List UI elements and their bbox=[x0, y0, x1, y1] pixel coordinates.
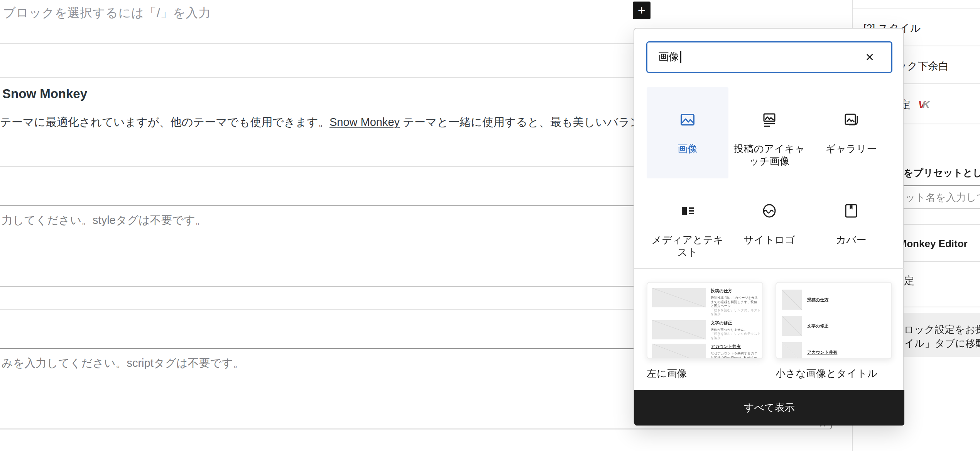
preview-readmore: を追加 bbox=[711, 312, 761, 316]
pattern-preview: 投稿の仕方 最初投稿 例にこのページを作る までの過程を解説します。投稿 と固定… bbox=[647, 283, 763, 359]
css-textarea-placeholder: 力してください。styleタグは不要です。 bbox=[2, 214, 206, 226]
placeholder-image bbox=[652, 288, 706, 307]
pattern-label-small-image-title: 小さな画像とタイトル bbox=[776, 367, 877, 381]
preview-text: なぜアカウントを共有するの？ bbox=[711, 351, 761, 356]
block-result-cover[interactable]: カバー bbox=[810, 178, 892, 265]
pattern-image-left[interactable]: 投稿の仕方 最初投稿 例にこのページを作る までの過程を解説します。投稿 と固定… bbox=[647, 282, 763, 359]
preview-heading: 文字の修正 bbox=[711, 320, 761, 326]
pattern-small-image-title[interactable]: 投稿の仕方 文字の修正 アカウント共有 bbox=[776, 282, 892, 359]
block-result-site-logo[interactable]: サイトロゴ bbox=[728, 178, 810, 265]
content-heading[interactable]: Snow Monkey bbox=[2, 86, 87, 101]
placeholder-image bbox=[782, 290, 802, 310]
block-label: 投稿のアイキャッチ画像 bbox=[728, 143, 810, 167]
preview-text: 最初投稿 例にこのページを作る bbox=[711, 296, 761, 300]
preview-text: 抜粋が見つかりません。 bbox=[711, 328, 761, 332]
preview-readmore: を追加 bbox=[711, 336, 761, 340]
show-all-button[interactable]: すべて表示 bbox=[634, 390, 904, 426]
block-label: メディアとテキスト bbox=[647, 234, 728, 258]
block-result-gallery[interactable]: ギャラリー bbox=[810, 87, 892, 178]
preview-text: までの過程を解説します。投稿 bbox=[711, 300, 761, 304]
block-inserter-popup: 画像 ✕ 画像 投稿のアイキャッチ画像 bbox=[634, 28, 904, 425]
editor-screen: ブロックを選択するには「/」を入力 Snow Monkey テーマに最適化されて… bbox=[0, 0, 980, 451]
search-value: 画像 bbox=[658, 50, 679, 64]
placeholder-image bbox=[782, 342, 802, 359]
pattern-label-image-left: 左に画像 bbox=[647, 367, 687, 381]
inline-link[interactable]: Snow Monkey bbox=[329, 116, 400, 128]
placeholder-image bbox=[652, 344, 706, 359]
preview-text: と固定ページ bbox=[711, 304, 761, 308]
post-featured-image-icon bbox=[760, 110, 779, 129]
image-icon bbox=[678, 110, 697, 129]
paragraph-text: テーマに最適化されていますが、他のテーマでも使用できます。 bbox=[0, 116, 329, 128]
text-caret bbox=[680, 51, 681, 63]
block-label: カバー bbox=[832, 234, 870, 246]
block-search-input[interactable]: 画像 ✕ bbox=[647, 42, 892, 73]
vk-logo-icon: VK bbox=[918, 99, 930, 110]
pattern-preview: 投稿の仕方 文字の修正 アカウント共有 bbox=[776, 283, 892, 359]
media-text-icon bbox=[678, 202, 697, 220]
block-result-media-text[interactable]: メディアとテキスト bbox=[647, 178, 728, 265]
site-logo-icon bbox=[760, 202, 779, 220]
preview-text: お客様のWordPressに私がペー bbox=[711, 356, 761, 359]
script-textarea-placeholder: みを入力してください。scriptタグは不要です。 bbox=[2, 357, 244, 369]
empty-paragraph-placeholder[interactable]: ブロックを選択するには「/」を入力 bbox=[3, 5, 211, 22]
notice-text-line1: ブロック設定をお探しですか？ bbox=[894, 323, 980, 337]
placeholder-image bbox=[782, 316, 802, 336]
block-label: サイトロゴ bbox=[740, 234, 799, 246]
preview-heading: 投稿の仕方 bbox=[807, 297, 828, 303]
block-label: ギャラリー bbox=[822, 143, 880, 155]
sidebar-divider bbox=[853, 8, 980, 9]
clear-search-icon[interactable]: ✕ bbox=[865, 51, 874, 63]
placeholder-image bbox=[652, 320, 706, 339]
preview-heading: 文字の修正 bbox=[807, 323, 828, 329]
add-block-button[interactable]: + bbox=[633, 2, 651, 19]
preview-readmore: 「続きを読む」リンクのテキスト bbox=[711, 308, 761, 312]
preview-heading: アカウント共有 bbox=[711, 344, 761, 349]
block-result-featured-image[interactable]: 投稿のアイキャッチ画像 bbox=[728, 87, 810, 178]
preview-readmore: 「続きを読む」リンクのテキスト bbox=[711, 332, 761, 336]
block-result-image[interactable]: 画像 bbox=[647, 87, 728, 178]
cover-icon bbox=[842, 202, 860, 220]
preview-heading: アカウント共有 bbox=[807, 349, 837, 355]
gallery-icon bbox=[842, 110, 860, 129]
patterns-divider bbox=[634, 268, 904, 269]
preview-heading: 投稿の仕方 bbox=[711, 288, 761, 294]
block-label: 画像 bbox=[674, 143, 701, 155]
